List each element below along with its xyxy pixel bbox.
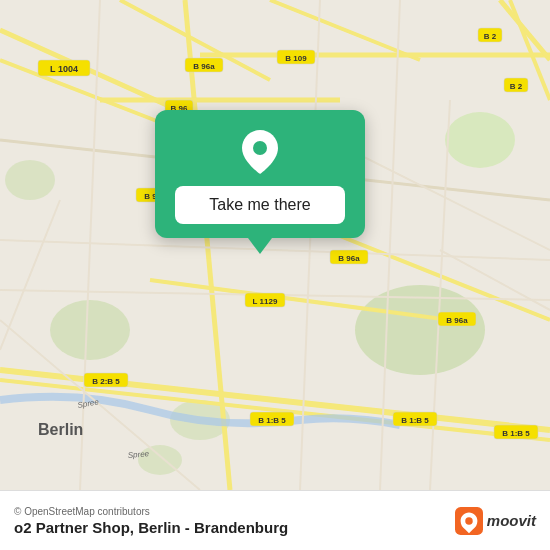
- svg-point-64: [465, 517, 472, 524]
- svg-text:B 1:B 5: B 1:B 5: [258, 416, 286, 425]
- map-container: L 1004 B 96a B 109 B 2 B 2 B 96 B 96a B …: [0, 0, 550, 490]
- svg-text:B 2: B 2: [510, 82, 523, 91]
- svg-text:L 1129: L 1129: [253, 297, 278, 306]
- bottom-bar: © OpenStreetMap contributors o2 Partner …: [0, 490, 550, 550]
- popup-card: Take me there: [155, 110, 365, 238]
- location-pin-icon: [236, 128, 284, 176]
- svg-text:B 96a: B 96a: [193, 62, 215, 71]
- svg-text:B 109: B 109: [285, 54, 307, 63]
- moovit-icon: [455, 507, 483, 535]
- svg-text:Berlin: Berlin: [38, 421, 83, 438]
- place-name: o2 Partner Shop, Berlin - Brandenburg: [14, 519, 288, 536]
- svg-text:B 96a: B 96a: [446, 316, 468, 325]
- attribution-text: © OpenStreetMap contributors: [14, 506, 150, 517]
- svg-text:B 2:B 5: B 2:B 5: [92, 377, 120, 386]
- take-me-there-button[interactable]: Take me there: [175, 186, 345, 224]
- moovit-text: moovit: [487, 512, 536, 529]
- svg-text:L 1004: L 1004: [50, 64, 78, 74]
- svg-text:Spree: Spree: [127, 449, 150, 460]
- svg-text:B 1:B 5: B 1:B 5: [401, 416, 429, 425]
- svg-point-4: [5, 160, 55, 200]
- svg-text:B 1:B 5: B 1:B 5: [502, 429, 530, 438]
- svg-text:B 96a: B 96a: [338, 254, 360, 263]
- svg-point-62: [253, 141, 267, 155]
- svg-text:B 2: B 2: [484, 32, 497, 41]
- moovit-logo: moovit: [455, 507, 536, 535]
- svg-point-2: [50, 300, 130, 360]
- svg-point-3: [445, 112, 515, 168]
